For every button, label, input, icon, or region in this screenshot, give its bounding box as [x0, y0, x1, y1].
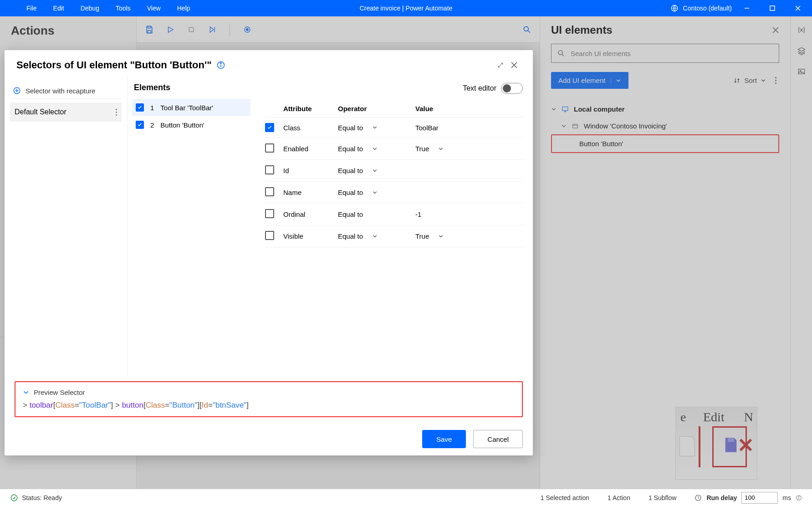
subflow-count: 1 Subflow [649, 494, 676, 501]
checkbox[interactable] [265, 143, 274, 153]
attribute-row[interactable]: Ordinal Equal to -1 [265, 204, 523, 225]
attr-val[interactable]: -1 [415, 210, 523, 218]
checkbox-checked[interactable] [136, 121, 144, 129]
element-row-button[interactable]: 2 Button 'Button' [132, 116, 250, 133]
run-delay-label: Run delay [706, 494, 737, 501]
col-value: Value [415, 105, 523, 112]
attr-name: Visible [283, 232, 338, 240]
maximize-button[interactable] [762, 0, 783, 16]
action-count: 1 Action [608, 494, 630, 501]
close-button[interactable] [787, 0, 808, 16]
attr-op[interactable]: Equal to [338, 145, 415, 153]
menu-file[interactable]: File [18, 1, 45, 15]
window-title: Create invoice | Power Automate [360, 5, 453, 12]
svg-point-29 [798, 496, 799, 496]
title-bar: File Edit Debug Tools View Help Create i… [0, 0, 812, 16]
attr-op[interactable]: Equal to [338, 232, 415, 240]
svg-point-25 [11, 495, 17, 501]
dialog-title: Selectors of UI element "Button 'Button'… [16, 59, 212, 71]
status-ok-icon [10, 494, 18, 502]
add-selector-button[interactable]: Selector with recapture [10, 83, 122, 99]
elements-list: Elements 1 Tool Bar 'ToolBar' 2 Button '… [128, 77, 255, 376]
org-icon [670, 4, 679, 12]
col-attribute: Attribute [283, 105, 338, 112]
text-editor-toggle[interactable] [501, 83, 523, 94]
menu-tools[interactable]: Tools [107, 1, 139, 15]
expand-icon[interactable] [494, 58, 507, 72]
preview-selector-box: Preview Selector > toolbar[Class="ToolBa… [15, 381, 523, 417]
attribute-row[interactable]: Name Equal to [265, 182, 523, 204]
preview-selector-text: > toolbar[Class="ToolBar"] > button[Clas… [23, 401, 515, 410]
menu-view[interactable]: View [139, 1, 169, 15]
checkbox[interactable] [265, 231, 274, 240]
info-icon[interactable] [216, 61, 225, 70]
status-bar: Status: Ready 1 Selected action 1 Action… [0, 489, 812, 506]
attr-val[interactable]: True [415, 145, 523, 153]
checkbox[interactable] [265, 209, 274, 218]
close-icon[interactable] [507, 58, 521, 72]
attribute-row[interactable]: Class Equal to ToolBar [265, 118, 523, 138]
checkbox[interactable] [265, 123, 274, 132]
info-icon[interactable] [796, 495, 802, 501]
menu-edit[interactable]: Edit [45, 1, 72, 15]
save-button[interactable]: Save [422, 430, 466, 448]
col-operator: Operator [338, 105, 415, 112]
clock-icon [695, 494, 702, 501]
svg-rect-2 [770, 6, 775, 10]
attr-val[interactable]: True [415, 232, 523, 240]
selector-row-default[interactable]: Default Selector [10, 102, 122, 122]
attribute-editor: Text editor Attribute Operator Value Cla… [255, 77, 533, 376]
menu-help[interactable]: Help [169, 1, 199, 15]
attr-name: Id [283, 167, 338, 174]
element-row-toolbar[interactable]: 1 Tool Bar 'ToolBar' [132, 99, 250, 116]
checkbox[interactable] [265, 187, 274, 196]
plus-icon [13, 87, 21, 95]
svg-point-32 [220, 63, 221, 64]
attr-op[interactable]: Equal to [338, 124, 415, 132]
preview-selector-toggle[interactable]: Preview Selector [23, 388, 515, 396]
attr-name: Ordinal [283, 210, 338, 218]
selectors-dialog: Selectors of UI element "Button 'Button'… [5, 50, 533, 455]
elements-header: Elements [132, 83, 250, 92]
attr-val[interactable]: ToolBar [415, 124, 523, 132]
attr-op[interactable]: Equal to [338, 189, 415, 196]
text-editor-label: Text editor [463, 84, 496, 92]
more-icon[interactable] [116, 109, 117, 116]
attribute-row[interactable]: Id Equal to [265, 160, 523, 182]
checkbox-checked[interactable] [136, 103, 144, 112]
chevron-down-icon [23, 389, 29, 396]
attr-op[interactable]: Equal to [338, 210, 415, 218]
attr-name: Name [283, 189, 338, 196]
run-delay-unit: ms [782, 494, 791, 501]
selected-count: 1 Selected action [541, 494, 589, 501]
selectors-list: Selector with recapture Default Selector [5, 77, 128, 376]
status-text: Status: Ready [22, 494, 62, 501]
attr-name: Enabled [283, 145, 338, 153]
minimize-button[interactable] [736, 0, 757, 16]
attr-op[interactable]: Equal to [338, 167, 415, 174]
checkbox[interactable] [265, 165, 274, 174]
cancel-button[interactable]: Cancel [473, 430, 523, 448]
attr-name: Class [283, 124, 338, 132]
attribute-row[interactable]: Visible Equal to True [265, 225, 523, 247]
menu-bar: File Edit Debug Tools View Help [0, 1, 199, 15]
run-delay-input[interactable] [741, 492, 778, 504]
org-name: Contoso (default) [683, 5, 732, 12]
menu-debug[interactable]: Debug [72, 1, 107, 15]
attribute-row[interactable]: Enabled Equal to True [265, 138, 523, 160]
